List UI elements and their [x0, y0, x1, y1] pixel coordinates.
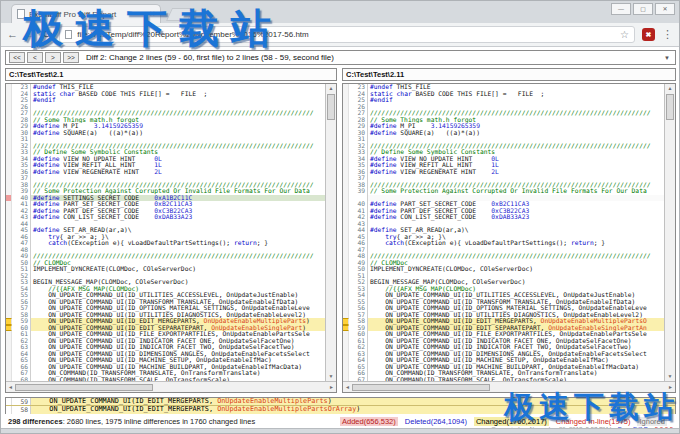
scroll-down-icon[interactable]: ▼ — [668, 372, 673, 381]
line-text: ON_UPDATE_COMMAND_UI(ID_EDIT_MERGEPARTS,… — [31, 406, 675, 413]
nav-first-diff-button[interactable]: << — [9, 52, 25, 63]
diff-description: Diff 2: Change 2 lines (59 - 60, first f… — [86, 53, 334, 62]
scroll-right-icon[interactable]: ► — [668, 384, 673, 390]
scroll-thumb[interactable] — [15, 384, 153, 391]
left-code-rows: 23#undef THIS_FILE24static char BASED_CO… — [6, 84, 325, 381]
scroll-up-icon[interactable]: ▲ — [668, 84, 673, 93]
current-diff-line: 58 ON_UPDATE_COMMAND_UI(ID_EDIT_MERGEPAR… — [6, 405, 675, 413]
browser-tab[interactable]: ExamDiff Pro Diff Report ✕ — [11, 4, 161, 23]
line-number: 58 — [12, 406, 31, 413]
browser-toolbar: ← → ⟳ file:///C:/Temp/diff%20Report%20No… — [1, 23, 679, 47]
scroll-thumb[interactable] — [666, 94, 674, 120]
scroll-left-icon[interactable]: ◄ — [8, 384, 13, 390]
right-vertical-scrollbar[interactable]: ▲ ▼ — [664, 84, 675, 381]
legend-item: Deleted(264,1094) — [403, 417, 469, 426]
window-controls: — ▢ ✕ — [611, 3, 675, 15]
tab-strip: ExamDiff Pro Diff Report ✕ — ▢ ✕ — [1, 1, 679, 23]
right-code-pane: 23#undef THIS_FILE24static char BASED_CO… — [342, 83, 676, 393]
address-bar[interactable]: file:///C:/Temp/diff%20Report%20November… — [59, 26, 635, 43]
maximize-button[interactable]: ▢ — [633, 3, 653, 15]
left-code-pane: 23#undef THIS_FILE24static char BASED_CO… — [5, 83, 337, 393]
extension-shield-icon[interactable]: ✖ — [642, 28, 655, 41]
browser-menu-icon[interactable]: ⋮ — [662, 28, 673, 41]
page-icon — [65, 30, 72, 39]
diff-legend: Added(656,532)Deleted(264,1094)Changed(1… — [340, 417, 672, 426]
right-horizontal-scrollbar[interactable]: ◄ ► — [343, 381, 675, 392]
current-diff-panel: 59 ON_UPDATE_COMMAND_UI(ID_EDIT_MERGEPAR… — [5, 397, 676, 414]
scroll-down-icon[interactable]: ▼ — [329, 372, 334, 381]
diff-count: 298 differences — [8, 417, 63, 426]
line-text: ON_UPDATE_COMMAND_UI(ID_EDIT_MERGEPARTS,… — [31, 398, 675, 405]
bookmark-star-icon[interactable]: ☆ — [620, 29, 629, 40]
minimize-button[interactable]: — — [611, 3, 631, 15]
back-icon[interactable]: ← — [7, 29, 18, 40]
scroll-right-icon[interactable]: ► — [329, 384, 334, 390]
right-file-path: C:\Test\Test\2.11 — [342, 68, 676, 81]
legend-item: Ignored — [637, 417, 666, 426]
scroll-up-icon[interactable]: ▲ — [329, 84, 334, 93]
right-code-rows: 23#undef THIS_FILE24static char BASED_CO… — [343, 84, 664, 381]
diff-nav-toolbar: <<<>>> Diff 2: Change 2 lines (59 - 60, … — [5, 50, 676, 65]
line-number: 59 — [12, 398, 31, 405]
diff-nav-buttons: <<<>>> — [9, 52, 81, 63]
diff-summary-rest: : 2680 lines, 1975 inline differences in… — [63, 417, 256, 426]
refresh-icon[interactable]: ⟳ — [43, 29, 52, 40]
legend-item: Added(656,532) — [340, 417, 398, 426]
left-file-path: C:\Test\Test\2.1 — [5, 68, 337, 81]
scroll-thumb[interactable] — [352, 384, 490, 391]
nav-prev-diff-button[interactable]: < — [27, 52, 43, 63]
page-favicon-icon — [17, 9, 25, 19]
new-tab-button[interactable] — [166, 8, 194, 21]
nav-last-diff-button[interactable]: >> — [63, 52, 79, 63]
tab-close-icon[interactable]: ✕ — [149, 10, 155, 18]
url-text[interactable]: file:///C:/Temp/diff%20Report%20November… — [77, 30, 615, 39]
legend-item: Changed In-line(1975) — [554, 417, 633, 426]
legend-item: Changed(1760,2017) — [474, 417, 549, 426]
scroll-thumb[interactable] — [327, 94, 335, 120]
window-frame-bottom — [1, 428, 679, 433]
close-button[interactable]: ✕ — [655, 3, 675, 15]
scroll-left-icon[interactable]: ◄ — [345, 384, 350, 390]
diff-summary: 298 differences: 2680 lines, 1975 inline… — [8, 417, 255, 426]
left-vertical-scrollbar[interactable]: ▲ ▼ — [325, 84, 336, 381]
tab-title: ExamDiff Pro Diff Report — [29, 10, 145, 19]
diff-dropdown-icon[interactable]: ▼ — [664, 55, 672, 61]
forward-icon[interactable]: → — [25, 29, 36, 40]
nav-next-diff-button[interactable]: > — [45, 52, 61, 63]
current-diff-line: 59 ON_UPDATE_COMMAND_UI(ID_EDIT_MERGEPAR… — [6, 398, 675, 405]
browser-window: ExamDiff Pro Diff Report ✕ — ▢ ✕ ← → ⟳ f… — [0, 0, 680, 434]
left-horizontal-scrollbar[interactable]: ◄ ► — [6, 381, 336, 392]
